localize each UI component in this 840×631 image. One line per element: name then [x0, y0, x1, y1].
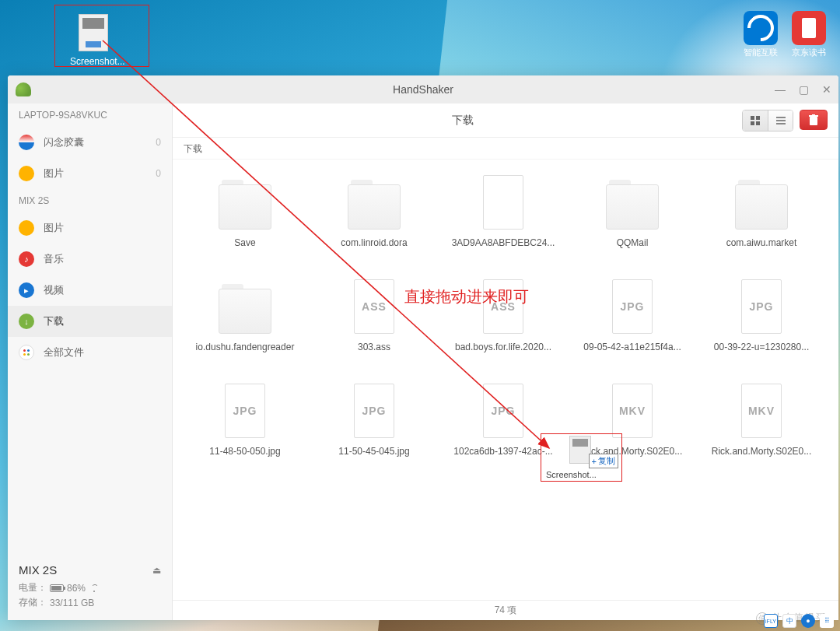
dock-icon-smartconnect[interactable]: 智能互联: [744, 11, 778, 45]
file-extension: JPG: [729, 300, 794, 313]
file-item[interactable]: MKVRick.and.Morty.S02E0...: [576, 384, 689, 457]
svg-rect-5: [776, 120, 786, 121]
view-list-button[interactable]: [768, 110, 793, 131]
ime-lang-icon[interactable]: 中: [782, 614, 796, 628]
file-item[interactable]: QQMail: [576, 175, 689, 248]
ime-mic-icon[interactable]: ●: [801, 614, 815, 628]
eject-icon[interactable]: ⏏: [152, 565, 161, 576]
sidebar-item-capsule[interactable]: 闪念胶囊 0: [8, 127, 172, 158]
sidebar-item-download[interactable]: ↓ 下载: [8, 306, 172, 337]
file-label: 303.ass: [358, 342, 390, 352]
music-icon: ♪: [19, 251, 34, 267]
handshaker-window: HandShaker — ▢ ✕ LAPTOP-9SA8VKUC 闪念胶囊 0 …: [8, 75, 838, 620]
svg-rect-7: [810, 117, 817, 125]
status-bar: 74 项: [173, 600, 838, 620]
sidebar-item-images2[interactable]: 图片: [8, 212, 172, 244]
file-item[interactable]: io.dushu.fandengreader: [188, 279, 302, 352]
sidebar-item-images[interactable]: 图片 0: [8, 158, 172, 189]
svg-rect-4: [776, 117, 786, 118]
image-icon: [19, 220, 34, 236]
file-icon: MKV: [600, 384, 665, 438]
file-icon: JPG: [471, 384, 536, 438]
file-extension: MKV: [729, 405, 794, 417]
file-item[interactable]: JPG11-50-45-045.jpg: [317, 384, 431, 457]
file-extension: JPG: [212, 405, 278, 417]
battery-line: 电量： 86%: [19, 581, 161, 594]
dock-icon-jdread[interactable]: 京东读书: [792, 11, 826, 45]
svg-rect-3: [756, 121, 760, 125]
folder-icon: [729, 175, 794, 230]
ime-grid-icon[interactable]: ⠿: [820, 614, 834, 628]
file-item[interactable]: JPG102ca6db-1397-42ac-...: [446, 384, 560, 457]
file-icon: JPG: [729, 279, 794, 334]
file-icon: ASS: [341, 279, 407, 334]
file-extension: ASS: [471, 300, 536, 313]
file-item[interactable]: JPG11-48-50-050.jpg: [188, 384, 302, 457]
file-extension: ASS: [341, 300, 407, 313]
file-icon: JPG: [212, 384, 278, 438]
file-item[interactable]: ASSbad.boys.for.life.2020...: [446, 279, 560, 352]
file-label: 09-05-42-a11e215f4a...: [583, 342, 681, 352]
device-name: MIX 2S ⏏: [19, 563, 161, 577]
content-topbar: 下载: [173, 103, 838, 138]
file-item[interactable]: ASS303.ass: [317, 279, 431, 352]
file-icon: JPG: [600, 279, 665, 334]
desktop-dock: 智能互联 京东读书: [744, 11, 826, 45]
file-label: 102ca6db-1397-42ac-...: [453, 446, 552, 457]
delete-button[interactable]: [800, 110, 828, 130]
file-extension: JPG: [471, 405, 536, 417]
file-item[interactable]: JPG09-05-42-a11e215f4a...: [576, 279, 689, 352]
file-label: 00-39-22-u=1230280...: [714, 342, 809, 352]
file-icon: ASS: [471, 279, 536, 334]
file-label: com.aiwu.market: [726, 237, 797, 248]
content-area: 下载 下载 Savecom.linroid.d: [173, 103, 838, 620]
file-extension: JPG: [341, 405, 407, 417]
ime-ifly-icon[interactable]: iFLY: [764, 614, 778, 628]
image-icon: [19, 166, 34, 181]
file-icon: [471, 175, 536, 230]
file-grid[interactable]: Savecom.linroid.dora3AD9AA8ABFDEBC24...Q…: [173, 160, 838, 600]
sidebar-item-video[interactable]: ▸ 视频: [8, 275, 172, 306]
folder-icon: [212, 175, 278, 230]
list-icon: [776, 116, 786, 125]
folder-icon: [600, 175, 665, 230]
wifi-icon: [89, 584, 100, 592]
file-label: 11-50-45-045.jpg: [338, 446, 409, 457]
file-extension: MKV: [600, 405, 665, 417]
sidebar-item-allfiles[interactable]: 全部文件: [8, 337, 172, 368]
storage-line: 存储： 33/111 GB: [19, 596, 161, 609]
file-icon: MKV: [729, 384, 794, 438]
file-label: 3AD9AA8ABFDEBC24...: [452, 237, 555, 248]
folder-icon: [341, 175, 407, 230]
svg-rect-1: [756, 116, 760, 120]
grid-icon: [751, 116, 760, 125]
content-title: 下载: [184, 114, 742, 128]
file-item[interactable]: Save: [188, 175, 302, 248]
download-icon: ↓: [19, 314, 34, 329]
file-item[interactable]: com.linroid.dora: [317, 175, 431, 248]
file-item[interactable]: com.aiwu.market: [705, 175, 818, 248]
file-label: 11-48-50-050.jpg: [209, 446, 280, 457]
thumbnail-icon: [79, 14, 108, 51]
file-label: Rick.and.Morty.S02E0...: [712, 446, 812, 457]
file-item[interactable]: JPG00-39-22-u=1230280...: [705, 279, 818, 352]
sidebar: LAPTOP-9SA8VKUC 闪念胶囊 0 图片 0 MIX 2S 图片 ♪ …: [8, 103, 173, 620]
file-label: bad.boys.for.life.2020...: [455, 342, 551, 352]
sidebar-item-music[interactable]: ♪ 音乐: [8, 244, 172, 275]
sidebar-header-laptop: LAPTOP-9SA8VKUC: [8, 103, 172, 127]
video-icon: ▸: [19, 282, 34, 298]
trash-icon: [809, 114, 818, 125]
desktop-screenshot-icon[interactable]: Screenshot...: [70, 14, 117, 67]
allfiles-icon: [19, 345, 34, 360]
desktop-icon-label: Screenshot...: [70, 56, 117, 67]
file-item[interactable]: MKVRick.and.Morty.S02E0...: [705, 384, 818, 457]
sidebar-footer: MIX 2S ⏏ 电量： 86% 存储： 33/111 GB: [8, 556, 172, 620]
view-grid-button[interactable]: [743, 110, 768, 131]
titlebar[interactable]: HandShaker — ▢ ✕: [8, 75, 838, 103]
file-item[interactable]: 3AD9AA8ABFDEBC24...: [446, 175, 560, 248]
file-label: Save: [234, 237, 255, 248]
svg-rect-6: [776, 123, 786, 124]
svg-rect-0: [751, 116, 754, 120]
breadcrumb[interactable]: 下载: [173, 138, 838, 160]
file-label: io.dushu.fandengreader: [196, 342, 295, 352]
